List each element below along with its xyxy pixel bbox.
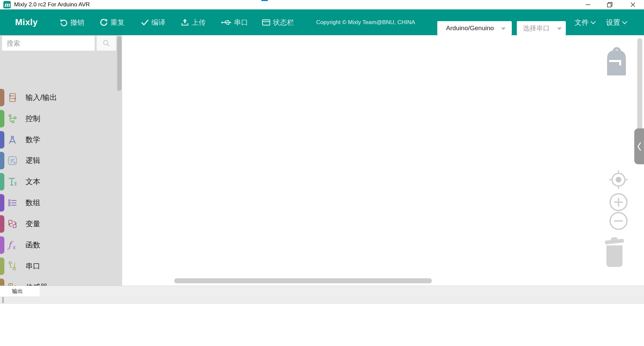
compile-button[interactable]: 编译 (141, 9, 165, 35)
center-view-button[interactable] (608, 169, 629, 192)
category-color-bar (0, 257, 4, 275)
board-select-value: Arduino/Genuino (437, 24, 494, 32)
undo-button[interactable]: 撤销 (59, 9, 84, 35)
top-accent-strip (261, 0, 268, 1)
input-output-icon (7, 93, 17, 103)
category-color-bar (0, 110, 4, 127)
sidebar-item-input-output[interactable]: 输入/输出 (0, 87, 122, 108)
blockly-workspace[interactable] (122, 35, 644, 286)
output-caret (2, 297, 4, 303)
category-label: 文本 (26, 171, 40, 192)
search-button[interactable] (97, 36, 116, 51)
restore-button[interactable] (602, 0, 617, 9)
category-label: 数学 (26, 129, 40, 150)
chevron-left-icon (637, 141, 642, 152)
chevron-down-icon (557, 27, 562, 30)
workspace-horizontal-scrollbar[interactable] (174, 278, 432, 283)
settings-menu-label: 设置 (606, 18, 620, 27)
sidebar-item-serial[interactable]: 串口 (0, 256, 122, 277)
mixly-app-window: m Mixly 2.0 rc2 For Arduino AVR Mixly (0, 0, 644, 346)
toolbar: Mixly 撤销 重复 编译 上传 (0, 9, 644, 35)
sidebar-item-logic[interactable]: 逻辑 (0, 150, 122, 171)
window-icon (262, 18, 270, 26)
output-tab-bar: 输出 (0, 286, 644, 296)
search-icon (102, 39, 111, 48)
tab-output[interactable]: 输出 (0, 286, 40, 297)
copyright-text: Copyright © Mixly Team@BNU, CHINA (316, 9, 415, 35)
titlebar: m Mixly 2.0 rc2 For Arduino AVR (0, 0, 644, 9)
check-icon (141, 18, 149, 26)
category-color-bar (0, 131, 4, 149)
window-title: Mixly 2.0 rc2 For Arduino AVR (14, 0, 90, 9)
category-color-bar (0, 89, 4, 106)
redo-label: 重复 (110, 18, 125, 27)
chevron-down-icon (591, 19, 596, 24)
brand-label: Mixly (15, 9, 38, 35)
zoom-out-button[interactable] (609, 212, 628, 232)
close-icon (630, 1, 636, 8)
redo-icon (99, 18, 108, 27)
branch-icon (7, 114, 17, 124)
minimize-button[interactable] (580, 0, 596, 9)
swap-icon (7, 219, 17, 229)
trash-icon[interactable] (603, 237, 626, 270)
undo-label: 撤销 (70, 18, 84, 27)
category-color-bar (0, 194, 4, 212)
category-label: 数组 (26, 192, 40, 213)
redo-button[interactable]: 重复 (99, 9, 125, 35)
code-panel-toggle[interactable] (634, 128, 644, 164)
minimize-icon (585, 1, 591, 8)
fx-icon: ƒ x (7, 240, 17, 250)
sidebar-item-array[interactable]: 数组 (0, 192, 122, 213)
block-category-sidebar: 输入/输出 控制 数学 (0, 35, 122, 286)
list-icon (7, 198, 17, 208)
sidebar-item-function[interactable]: ƒ x 函数 (0, 235, 122, 255)
port-select-placeholder: 选择串口 (517, 24, 550, 33)
board-select[interactable]: Arduino/Genuino (437, 21, 512, 35)
cable-icon (7, 261, 17, 271)
file-menu[interactable]: 文件 (575, 9, 595, 35)
output-tab-label: 输出 (12, 288, 23, 295)
category-color-bar (0, 173, 4, 190)
category-color-bar (0, 152, 4, 169)
mixly-logo-icon: m (3, 1, 11, 8)
backpack-icon[interactable] (606, 45, 627, 77)
compass-icon (7, 135, 17, 145)
svg-text:x: x (13, 244, 16, 250)
upload-button[interactable]: 上传 (181, 9, 206, 35)
sidebar-item-variable[interactable]: 变量 (0, 214, 122, 234)
serial-button[interactable]: 串口 (221, 9, 248, 35)
checkbox-icon (7, 156, 17, 166)
search-input[interactable] (2, 36, 95, 51)
sidebar-scrollbar[interactable] (117, 36, 121, 91)
usb-icon (221, 18, 232, 26)
category-color-bar (0, 215, 4, 233)
category-label: 控制 (26, 108, 40, 129)
category-label: 串口 (26, 256, 40, 277)
port-select[interactable]: 选择串口 (517, 21, 566, 35)
category-label: 逻辑 (26, 150, 40, 171)
settings-menu[interactable]: 设置 (606, 9, 627, 35)
undo-icon (59, 18, 68, 27)
zoom-in-button[interactable] (609, 193, 628, 213)
sidebar-item-math[interactable]: 数学 (0, 129, 122, 150)
text-icon (7, 177, 17, 187)
category-label: 输入/输出 (26, 87, 57, 108)
serial-upload-label: 上传 (192, 18, 206, 27)
statusbar-button[interactable]: 状态栏 (262, 9, 294, 35)
file-menu-label: 文件 (575, 18, 589, 27)
upload-icon (181, 18, 189, 27)
output-console-row[interactable] (0, 296, 644, 304)
sidebar-item-control[interactable]: 控制 (0, 108, 122, 129)
chevron-down-icon (622, 19, 628, 24)
close-button[interactable] (625, 0, 641, 9)
compile-label: 编译 (151, 18, 165, 27)
locate-icon (608, 169, 629, 190)
chevron-down-icon (501, 27, 506, 30)
sidebar-item-text[interactable]: 文本 (0, 171, 122, 192)
output-console[interactable] (0, 304, 644, 346)
zoom-in-icon (609, 193, 628, 212)
zoom-out-icon (609, 212, 628, 230)
category-color-bar (0, 236, 4, 254)
restore-icon (606, 1, 613, 8)
